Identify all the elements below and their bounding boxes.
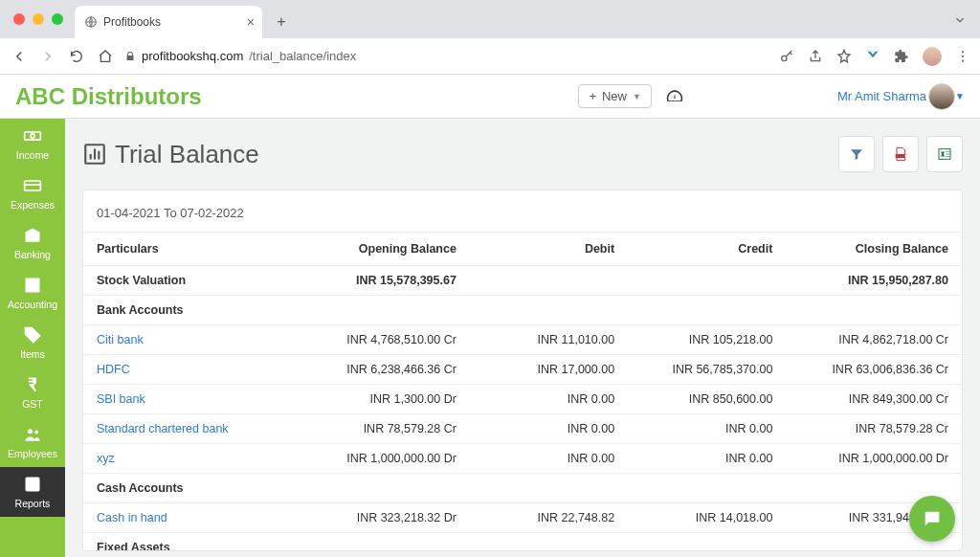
dashboard-gauge-icon[interactable] <box>665 87 684 106</box>
profile-avatar-icon[interactable] <box>923 47 942 66</box>
opening-cell: INR 15,578,395.67 <box>312 266 470 296</box>
export-pdf-button[interactable] <box>882 136 919 172</box>
sidebar-item-banking[interactable]: Banking <box>0 218 65 268</box>
back-button[interactable] <box>10 47 29 66</box>
debit-cell: INR 0.00 <box>470 385 628 414</box>
closing-cell: INR 63,006,836.36 Cr <box>786 355 962 385</box>
user-menu-caret-icon[interactable]: ▼ <box>955 91 965 101</box>
credit-cell: INR 105,218.00 <box>628 325 786 355</box>
export-excel-button[interactable] <box>926 136 963 172</box>
closing-cell: INR 78,579.28 Cr <box>786 414 962 444</box>
plus-icon: + <box>589 89 596 103</box>
maximize-window-button[interactable] <box>52 13 63 25</box>
lock-icon <box>124 51 136 62</box>
date-range: 01-04-2021 To 07-02-2022 <box>83 190 962 232</box>
bank-icon <box>23 226 42 245</box>
user-name[interactable]: Mr Amit Sharma <box>837 89 926 103</box>
browser-tab-strip: Profitbooks × + <box>0 0 980 38</box>
credit-cell: INR 0.00 <box>628 444 786 474</box>
table-row: Cash Accounts <box>83 474 962 503</box>
forward-button[interactable] <box>38 47 57 66</box>
sidebar-item-income[interactable]: Income <box>0 119 65 168</box>
particulars-cell[interactable]: Citi bank <box>83 325 312 355</box>
particulars-cell[interactable]: SBI bank <box>83 385 312 414</box>
debit-cell: INR 22,748.82 <box>470 503 628 533</box>
credit-cell: INR 14,018.00 <box>628 503 786 533</box>
minimize-window-button[interactable] <box>33 13 44 25</box>
sidebar: Income Expenses Banking Accounting Items… <box>0 119 65 557</box>
particulars-cell[interactable]: Cash in hand <box>83 503 312 533</box>
particulars-cell[interactable]: xyz <box>83 444 312 474</box>
browser-tab[interactable]: Profitbooks × <box>75 6 262 38</box>
opening-cell: INR 6,238,466.36 Cr <box>312 355 470 385</box>
sidebar-label: Banking <box>14 249 51 260</box>
sidebar-item-accounting[interactable]: Accounting <box>0 268 65 318</box>
sidebar-item-items[interactable]: Items <box>0 318 65 368</box>
content-area: Trial Balance 01-04-2021 To 07-02-2022 <box>65 119 980 557</box>
table-row: Stock ValuationINR 15,578,395.67INR 15,9… <box>83 266 962 296</box>
new-button-label: New <box>602 89 627 103</box>
new-button[interactable]: + New ▼ <box>578 84 652 108</box>
col-credit: Credit <box>628 233 786 266</box>
sidebar-item-employees[interactable]: Employees <box>0 417 65 467</box>
address-bar[interactable]: profitbookshq.com/trial_balance/index <box>124 49 769 63</box>
people-icon <box>23 425 42 444</box>
particulars-cell: Bank Accounts <box>83 296 312 325</box>
rupee-icon <box>23 375 42 394</box>
filter-button[interactable] <box>838 136 875 172</box>
credit-cell: INR 56,785,370.00 <box>628 355 786 385</box>
credit-cell: INR 0.00 <box>628 414 786 444</box>
extension-y-icon[interactable] <box>865 49 880 64</box>
debit-cell: INR 17,000.00 <box>470 355 628 385</box>
user-avatar[interactable] <box>928 83 955 110</box>
closing-cell: INR 1,000,000.00 Dr <box>786 444 962 474</box>
chat-icon <box>922 508 943 529</box>
excel-icon <box>937 146 952 162</box>
pdf-icon <box>893 146 908 162</box>
table-row: Cash in handINR 323,218.32 DrINR 22,748.… <box>83 503 962 533</box>
tabs-dropdown-icon[interactable] <box>953 13 967 27</box>
share-icon[interactable] <box>808 49 823 64</box>
page-title: Trial Balance <box>82 140 259 169</box>
particulars-cell[interactable]: Standard chartered bank <box>83 414 312 444</box>
closing-cell: INR 849,300.00 Cr <box>786 385 962 414</box>
caret-down-icon: ▼ <box>633 92 641 101</box>
debit-cell <box>470 266 628 296</box>
particulars-cell: Stock Valuation <box>83 266 312 296</box>
tag-icon <box>23 325 42 345</box>
svg-point-2 <box>962 51 964 53</box>
sidebar-item-expenses[interactable]: Expenses <box>0 168 65 218</box>
opening-cell: INR 1,000,000.00 Dr <box>312 444 470 474</box>
close-window-button[interactable] <box>13 13 25 25</box>
credit-cell <box>628 533 786 552</box>
chat-fab[interactable] <box>909 496 955 542</box>
browser-toolbar: profitbookshq.com/trial_balance/index <box>0 38 980 75</box>
brand-title[interactable]: ABC Distributors <box>15 83 202 110</box>
report-card: 01-04-2021 To 07-02-2022 Particulars Ope… <box>82 189 963 551</box>
credit-cell: INR 850,600.00 <box>628 385 786 414</box>
sidebar-label: Expenses <box>11 199 55 211</box>
opening-cell: INR 323,218.32 Dr <box>312 503 470 533</box>
svg-point-1 <box>782 56 787 60</box>
bars-icon <box>82 142 107 167</box>
sidebar-item-gst[interactable]: GST <box>0 368 65 417</box>
sidebar-item-reports[interactable]: Reports <box>0 467 65 517</box>
home-button[interactable] <box>96 47 115 66</box>
credit-cell <box>628 474 786 503</box>
key-icon[interactable] <box>779 49 794 64</box>
particulars-cell[interactable]: HDFC <box>83 355 312 385</box>
card-icon <box>23 176 42 195</box>
bookmark-star-icon[interactable] <box>836 49 852 64</box>
new-tab-button[interactable]: + <box>268 9 295 35</box>
app-header: ABC Distributors + New ▼ Mr Amit Sharma … <box>0 75 980 119</box>
debit-cell: INR 0.00 <box>470 414 628 444</box>
reload-button[interactable] <box>67 47 86 66</box>
svg-point-6 <box>31 134 34 138</box>
kebab-menu-icon[interactable] <box>955 49 970 64</box>
col-particulars: Particulars <box>83 233 312 266</box>
extensions-puzzle-icon[interactable] <box>894 49 909 64</box>
svg-rect-14 <box>896 154 904 158</box>
close-tab-icon[interactable]: × <box>247 14 255 30</box>
closing-cell <box>786 296 962 325</box>
debit-cell: INR 0.00 <box>470 444 628 474</box>
